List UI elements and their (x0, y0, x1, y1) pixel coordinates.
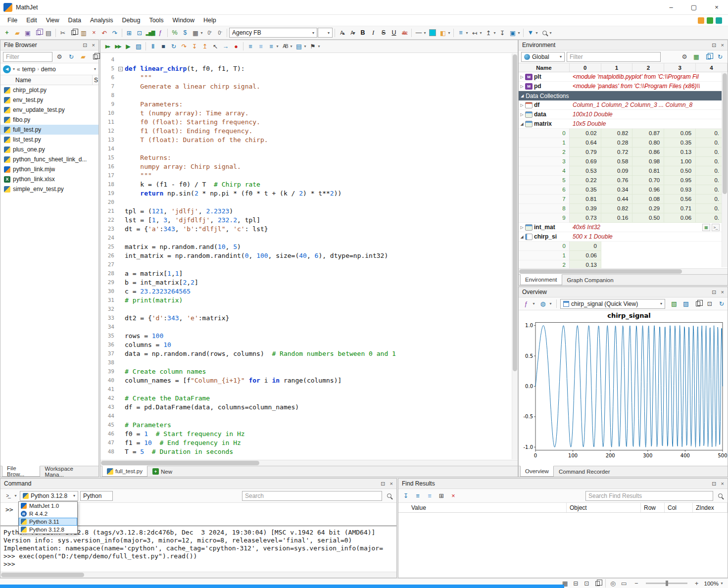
code-line[interactable]: 26int_matrix = np.random.randint(0, 100,… (100, 251, 518, 260)
zoom-region-icon[interactable]: ◎ (608, 579, 618, 588)
insert-cells-icon[interactable]: ⊞ (124, 28, 134, 38)
run-section-icon[interactable]: ▶▸ (102, 42, 112, 51)
code-line[interactable]: 20 (100, 198, 518, 207)
console-horizontal-scrollbar[interactable] (0, 572, 396, 578)
open-table-icon[interactable]: ▦ (702, 224, 710, 231)
clear-formatting-icon[interactable]: abc (399, 28, 409, 38)
file-env-update-test-py[interactable]: env_update_test.py (0, 105, 98, 115)
code-line[interactable]: 48T = 5 # Duration in seconds (100, 447, 518, 456)
kernel-option-r-4-4-2[interactable]: RR 4.4.2 (19, 510, 77, 518)
menu-view[interactable]: View (42, 15, 64, 25)
env-column-0[interactable]: 0 (570, 63, 601, 72)
float-panel-icon[interactable]: ⊡ (712, 42, 716, 49)
zoom-slider[interactable] (646, 583, 687, 584)
code-line[interactable]: 18 k = (f1 - f0) / T # Chirp rate (100, 180, 518, 189)
env-data-row[interactable]: 00.020.820.870.050. (519, 129, 728, 138)
new-folder-icon[interactable]: ▰ (78, 52, 88, 62)
float-panel-icon[interactable]: ⊡ (83, 42, 87, 49)
code-line[interactable]: 14 (100, 145, 518, 153)
menu-debug[interactable]: Debug (118, 15, 145, 25)
float-panel-icon[interactable]: ⊡ (381, 481, 385, 487)
env-var-pd[interactable]: ▷Mpd<module 'pandas' from 'C:\\Program F… (519, 82, 728, 91)
copy-icon[interactable] (68, 28, 78, 38)
pointer-mode-icon[interactable]: ↖ (210, 42, 220, 51)
results-column-zindex[interactable]: ZIndex (693, 503, 728, 512)
code-line[interactable]: 13 T (float): Duration of the chirp. (100, 136, 518, 145)
breadcrumb-dropdown-icon[interactable]: ▾ (94, 67, 96, 71)
columns-dropdown-icon[interactable]: ▾ (303, 42, 307, 51)
menu-edit[interactable]: Edit (22, 15, 42, 25)
breadcrumb-temp[interactable]: temp (22, 66, 36, 73)
results-column-col[interactable]: Col (665, 503, 693, 512)
code-line[interactable]: 8 (100, 91, 518, 100)
environment-vertical-scrollbar[interactable] (722, 73, 728, 267)
indent-dropdown-icon[interactable]: ▾ (479, 28, 483, 38)
refresh-environment-icon[interactable]: ↻ (715, 52, 725, 62)
expand-toggle-icon[interactable]: ▷ (519, 103, 525, 107)
align-rows-icon[interactable]: ≡ (245, 42, 255, 51)
file-filter-input[interactable] (3, 52, 52, 62)
sort-lines-dropdown-icon[interactable]: ▾ (275, 42, 280, 51)
editor-horizontal-scrollbar[interactable] (100, 460, 518, 466)
code-line[interactable]: 35rows = 100 (100, 332, 518, 341)
code-line[interactable]: 30c = 23.2323264565 (100, 287, 518, 296)
nav-back-icon[interactable]: ◀ (3, 65, 11, 73)
new-file-icon[interactable]: + (2, 28, 12, 38)
tab-overview[interactable]: Overview (520, 466, 554, 477)
italic-icon[interactable]: I (368, 28, 378, 38)
increase-decimal-icon[interactable]: 0⁺ (204, 28, 214, 38)
console-options-icon[interactable]: >_ (3, 491, 13, 501)
merge-cells-icon[interactable]: ▣ (508, 28, 518, 38)
print-icon[interactable]: ▤ (44, 28, 53, 38)
tab-environment[interactable]: Environment (520, 274, 562, 285)
run-file-icon[interactable]: ▶ (123, 42, 133, 51)
kernel-option-python-3-12-8[interactable]: Python 3.12.8 (19, 526, 77, 534)
step-out-icon[interactable]: ↥ (200, 42, 210, 51)
code-line[interactable]: 31# print(matrix) (100, 296, 518, 305)
bookmark-dropdown-icon[interactable]: ▾ (317, 42, 321, 51)
refresh-plot-icon[interactable]: ↻ (717, 299, 727, 309)
step-into-icon[interactable]: ↧ (190, 42, 199, 51)
snapshot-icon[interactable]: ▨ (681, 299, 691, 309)
run-export-icon[interactable]: ▧ (134, 42, 144, 51)
indent-left-icon[interactable]: ↤ (470, 28, 480, 38)
code-line[interactable]: 9 Parameters: (100, 100, 518, 109)
menu-file[interactable]: File (3, 15, 22, 25)
find-search-input[interactable] (585, 491, 713, 501)
bookmark-icon[interactable]: ⚑ (308, 42, 318, 51)
file-chirp-plot-py[interactable]: chirp_plot.py (0, 85, 98, 95)
env-data-row[interactable]: 80.390.820.290.710. (519, 204, 728, 213)
columns-icon[interactable]: ▤ (294, 42, 304, 51)
expand-toggle-icon[interactable]: ▷ (519, 75, 525, 79)
align-text-dropdown-icon[interactable]: ▾ (465, 28, 469, 38)
file-name-column-header[interactable]: Name (0, 75, 93, 85)
maximize-button[interactable]: ▢ (682, 0, 705, 14)
code-editor[interactable]: 45−def linear_chirp(t, f0, f1, T):6 """7… (100, 53, 518, 460)
code-line[interactable]: 12 f1 (float): Ending frequency. (100, 127, 518, 136)
file-fibo-py[interactable]: fibo.py (0, 115, 98, 125)
decrease-decimal-icon[interactable]: 0⁻ (215, 28, 225, 38)
menu-analysis[interactable]: Analysis (86, 15, 118, 25)
environment-filter-input[interactable] (567, 52, 661, 62)
flat-results-icon[interactable]: ≡ (425, 491, 435, 501)
code-line[interactable]: 19 return np.sin(2 * np.pi * (f0 * t + (… (100, 189, 518, 198)
scrollbar-thumb[interactable] (513, 54, 517, 371)
font-size-combo[interactable]: ▾ (318, 28, 333, 38)
run-below-icon[interactable]: ▶▶ (113, 42, 123, 51)
code-line[interactable]: 10 t (numpy array): Time array. (100, 109, 518, 118)
borders-dropdown-icon[interactable]: ▾ (199, 28, 204, 38)
shrink-font-icon[interactable]: A▾ (347, 28, 357, 38)
currency-format-icon[interactable]: $ (180, 28, 190, 38)
percent-format-icon[interactable]: % (170, 28, 180, 38)
fit-width-icon[interactable]: ▭ (619, 579, 629, 588)
redo-icon[interactable]: ↷ (110, 28, 120, 38)
tab-new[interactable]: +New (147, 466, 177, 477)
fill-color-icon[interactable]: ◧ (438, 28, 448, 38)
sort-lines-icon[interactable]: ≡ (266, 42, 276, 51)
kernel-combo[interactable]: Python 3.12.8▾ (20, 491, 78, 501)
copy-path-icon[interactable] (90, 52, 100, 62)
file-list-test-py[interactable]: list_test.py (0, 135, 98, 145)
expand-toggle-icon[interactable]: ◢ (521, 94, 524, 98)
console-options-dropdown-icon[interactable]: ▾ (13, 491, 18, 501)
code-line[interactable]: 36columns = 10 (100, 341, 518, 349)
